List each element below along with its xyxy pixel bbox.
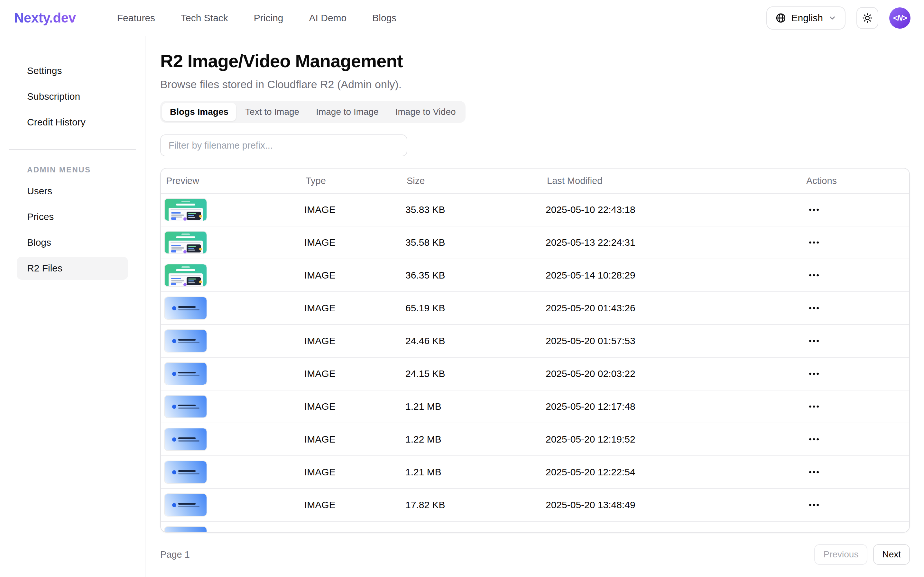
thumb-purple-dot <box>183 250 187 253</box>
sidebar-item-prices[interactable]: Prices <box>17 205 128 228</box>
sidebar-user-section: SettingsSubscriptionCredit History <box>0 59 145 134</box>
file-thumbnail-green[interactable] <box>165 199 206 221</box>
type-cell: IMAGE <box>304 368 405 379</box>
sidebar-item-subscription[interactable]: Subscription <box>17 85 128 108</box>
tab-image-to-video[interactable]: Image to Video <box>388 103 464 121</box>
table-row: IMAGE24.15 KB2025-05-20 02:03:22 <box>161 358 909 390</box>
thumb-text-lines <box>178 372 200 376</box>
thumb-logo-dot <box>172 437 176 442</box>
row-actions-button[interactable] <box>808 367 827 381</box>
preview-cell <box>165 232 304 253</box>
thumb-badge <box>181 266 190 268</box>
file-thumbnail-blue[interactable] <box>165 330 206 352</box>
row-actions-button[interactable] <box>808 268 827 282</box>
modified-cell: 2025-05-20 01:43:26 <box>546 303 805 314</box>
thumb-logo-dot <box>172 503 176 507</box>
nav-link-tech-stack[interactable]: Tech Stack <box>181 13 228 24</box>
user-avatar[interactable]: <N> <box>889 7 911 29</box>
actions-cell <box>805 268 909 282</box>
row-actions-button[interactable] <box>808 301 827 315</box>
page-title: R2 Image/Video Management <box>160 50 924 72</box>
row-actions-button[interactable] <box>808 235 827 250</box>
file-thumbnail-green[interactable] <box>165 232 206 253</box>
tab-blogs-images[interactable]: Blogs Images <box>162 103 236 121</box>
sidebar-admin-section-label: ADMIN MENUS <box>17 165 128 174</box>
table-header-row: PreviewTypeSizeLast ModifiedActions <box>161 169 909 193</box>
table-row: IMAGE36.35 KB2025-05-14 10:28:29 <box>161 259 909 292</box>
thumb-navbar <box>171 209 201 210</box>
filename-filter-input[interactable] <box>160 134 407 156</box>
size-cell: 1.21 MB <box>405 467 546 478</box>
more-horizontal-icon <box>808 335 821 347</box>
previous-page-button[interactable]: Previous <box>814 544 868 565</box>
file-thumbnail-blue[interactable] <box>165 297 206 319</box>
row-actions-button[interactable] <box>808 400 827 414</box>
thumb-content <box>165 330 206 352</box>
table-row-partial <box>161 522 909 533</box>
thumb-text-lines <box>178 470 200 474</box>
thumb-logo-dot <box>172 306 176 310</box>
size-cell: 65.19 KB <box>405 303 546 314</box>
nav-link-pricing[interactable]: Pricing <box>254 13 284 24</box>
actions-cell <box>805 203 909 217</box>
tab-image-to-image[interactable]: Image to Image <box>308 103 386 121</box>
file-thumbnail-blue[interactable] <box>165 363 206 385</box>
next-page-button[interactable]: Next <box>873 544 910 565</box>
pagination-bar: Page 1 Previous Next <box>160 544 910 565</box>
type-cell: IMAGE <box>304 237 405 248</box>
sidebar-divider <box>9 149 136 150</box>
more-horizontal-icon <box>808 269 821 282</box>
thumb-navbar <box>171 275 201 276</box>
preview-cell <box>165 429 304 450</box>
file-thumbnail-blue[interactable] <box>165 396 206 417</box>
thumb-content <box>165 461 206 483</box>
file-thumbnail-blue[interactable] <box>165 461 206 483</box>
preview-cell <box>165 330 304 352</box>
thumb-text-line <box>171 247 184 248</box>
nav-link-ai-demo[interactable]: AI Demo <box>309 13 347 24</box>
modified-cell: 2025-05-14 10:28:29 <box>546 270 805 281</box>
thumb-content <box>165 396 206 417</box>
brand-logo[interactable]: Nexty.dev <box>14 10 76 26</box>
sidebar-item-credit-history[interactable]: Credit History <box>17 111 128 134</box>
actions-cell <box>805 498 909 512</box>
globe-icon <box>776 13 786 24</box>
preview-cell <box>165 527 304 533</box>
row-actions-button[interactable] <box>808 334 827 348</box>
preview-cell <box>165 363 304 385</box>
more-horizontal-icon <box>808 236 821 249</box>
file-thumbnail-blue[interactable] <box>165 429 206 450</box>
row-actions-button[interactable] <box>808 498 827 512</box>
nav-link-blogs[interactable]: Blogs <box>372 13 397 24</box>
sidebar-item-blogs[interactable]: Blogs <box>17 231 128 254</box>
file-thumbnail-blue[interactable] <box>165 527 206 533</box>
preview-cell <box>165 264 304 286</box>
theme-toggle-button[interactable] <box>856 7 878 29</box>
thumb-badge <box>181 234 190 235</box>
sidebar-item-users[interactable]: Users <box>17 179 128 203</box>
file-thumbnail-blue[interactable] <box>165 494 206 516</box>
file-category-tabs: Blogs ImagesText to ImageImage to ImageI… <box>160 101 466 123</box>
more-horizontal-icon <box>808 367 821 380</box>
type-cell: IMAGE <box>304 270 405 281</box>
table-row: IMAGE35.83 KB2025-05-10 22:43:18 <box>161 193 909 226</box>
sidebar-item-settings[interactable]: Settings <box>17 59 128 82</box>
file-thumbnail-green[interactable] <box>165 264 206 286</box>
thumb-text-line <box>171 212 181 214</box>
row-actions-button[interactable] <box>808 465 827 479</box>
tab-text-to-image[interactable]: Text to Image <box>237 103 307 121</box>
row-actions-button[interactable] <box>808 432 827 446</box>
size-cell: 24.15 KB <box>405 368 546 379</box>
thumb-hero-card <box>169 273 203 286</box>
row-actions-button[interactable] <box>808 203 827 217</box>
sidebar-item-r2-files[interactable]: R2 Files <box>17 257 128 280</box>
preview-cell <box>165 297 304 319</box>
header-right-controls: English <N> <box>766 6 911 30</box>
thumb-text-lines <box>178 306 200 310</box>
page-subtitle: Browse files stored in Cloudflare R2 (Ad… <box>160 77 924 92</box>
thumb-navbar <box>171 242 201 243</box>
table-row: IMAGE17.82 KB2025-05-20 13:48:49 <box>161 489 909 522</box>
language-selector-button[interactable]: English <box>766 6 845 30</box>
type-cell: IMAGE <box>304 434 405 445</box>
nav-link-features[interactable]: Features <box>117 13 155 24</box>
